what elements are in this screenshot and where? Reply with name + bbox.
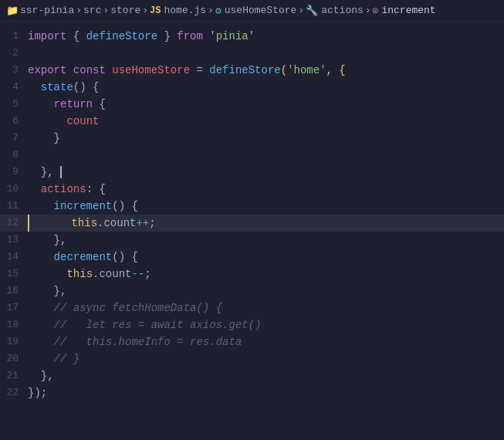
code-line-5: 5 return { [0,96,504,113]
line-number-17: 17 [0,300,28,316]
code-line-21: 21 }, [0,367,504,384]
line-content-15: this.count--; [28,266,504,283]
line-content-4: state() { [28,79,504,96]
breadcrumb-folder-src[interactable]: src [83,5,101,16]
line-number-12: 12 [0,215,28,232]
breadcrumb-actions[interactable]: 🔧 actions [306,5,364,17]
line-content-16: }, [28,283,504,300]
code-line-9: 9 }, [0,164,504,181]
breadcrumb-file-home-js[interactable]: JS home.js [150,5,206,16]
line-number-5: 5 [0,96,28,113]
line-number-8: 8 [0,147,28,164]
code-line-19: 19 // this.homeInfo = res.data [0,333,504,350]
code-line-16: 16 }, [0,283,504,300]
code-line-1: 1import { defineStore } from 'pinia' [0,28,504,45]
line-content-19: // this.homeInfo = res.data [28,333,504,350]
line-number-6: 6 [0,113,28,130]
code-line-11: 11 increment() { [0,198,504,215]
code-line-14: 14 decrement() { [0,249,504,266]
code-line-7: 7 } [0,130,504,147]
line-content-18: // let res = await axios.get() [28,316,504,333]
line-content-6: count [28,113,504,130]
line-number-19: 19 [0,333,28,350]
line-number-22: 22 [0,384,28,401]
code-line-15: 15 this.count--; [0,266,504,283]
line-number-3: 3 [0,62,28,79]
line-content-1: import { defineStore } from 'pinia' [28,28,504,45]
breadcrumb-sep-5: › [298,5,304,16]
line-content-13: }, [28,232,504,249]
line-content-3: export const useHomeStore = defineStore(… [28,62,504,79]
line-number-14: 14 [0,249,28,266]
breadcrumb-sep-6: › [365,5,371,16]
breadcrumb-folder-ssr-pinia[interactable]: 📁 ssr-pinia [6,5,74,17]
line-content-21: }, [28,367,504,384]
line-number-9: 9 [0,164,28,181]
code-line-12: 12 this.count++; [0,215,504,232]
code-line-10: 10 actions: { [0,181,504,198]
code-editor: 1import { defineStore } from 'pinia'23ex… [0,22,504,440]
line-content-20: // } [28,350,504,367]
line-number-20: 20 [0,350,28,367]
line-number-16: 16 [0,283,28,300]
line-content-22: }); [28,384,504,401]
line-content-7: } [28,130,504,147]
breadcrumb-store-usehomestore[interactable]: ⚙ useHomeStore [215,5,296,17]
code-line-20: 20 // } [0,350,504,367]
breadcrumb-sep-3: › [142,5,148,16]
line-number-15: 15 [0,266,28,283]
js-file-icon: JS [150,5,161,16]
code-line-17: 17 // async fetchHomeData() { [0,300,504,316]
code-line-13: 13 }, [0,232,504,249]
line-number-18: 18 [0,316,28,333]
line-number-13: 13 [0,232,28,249]
breadcrumb-sep-2: › [103,5,109,16]
code-line-18: 18 // let res = await axios.get() [0,316,504,333]
increment-icon: ⊙ [373,5,379,17]
line-content-9: }, [28,164,504,181]
code-line-3: 3export const useHomeStore = defineStore… [0,62,504,79]
line-content-5: return { [28,96,504,113]
code-line-2: 2 [0,45,504,62]
line-content-10: actions: { [28,181,504,198]
line-number-21: 21 [0,367,28,384]
line-number-4: 4 [0,79,28,96]
breadcrumb-folder-store[interactable]: store [110,5,140,16]
line-number-7: 7 [0,130,28,147]
line-number-2: 2 [0,45,28,62]
line-content-17: // async fetchHomeData() { [28,300,504,316]
line-content-12: this.count++; [28,215,504,232]
line-content-11: increment() { [28,198,504,215]
actions-icon: 🔧 [306,5,318,17]
code-line-22: 22}); [0,384,504,401]
folder-icon: 📁 [6,5,19,17]
breadcrumb-sep-1: › [76,5,82,16]
store-icon: ⚙ [215,5,222,17]
code-line-4: 4 state() { [0,79,504,96]
breadcrumb: 📁 ssr-pinia › src › store › JS home.js ›… [0,0,504,22]
code-line-6: 6 count [0,113,504,130]
breadcrumb-increment[interactable]: ⊙ increment [373,5,436,17]
line-number-11: 11 [0,198,28,215]
line-number-10: 10 [0,181,28,198]
breadcrumb-sep-4: › [208,5,214,16]
line-content-14: decrement() { [28,249,504,266]
line-number-1: 1 [0,28,28,45]
code-line-8: 8 [0,147,504,164]
